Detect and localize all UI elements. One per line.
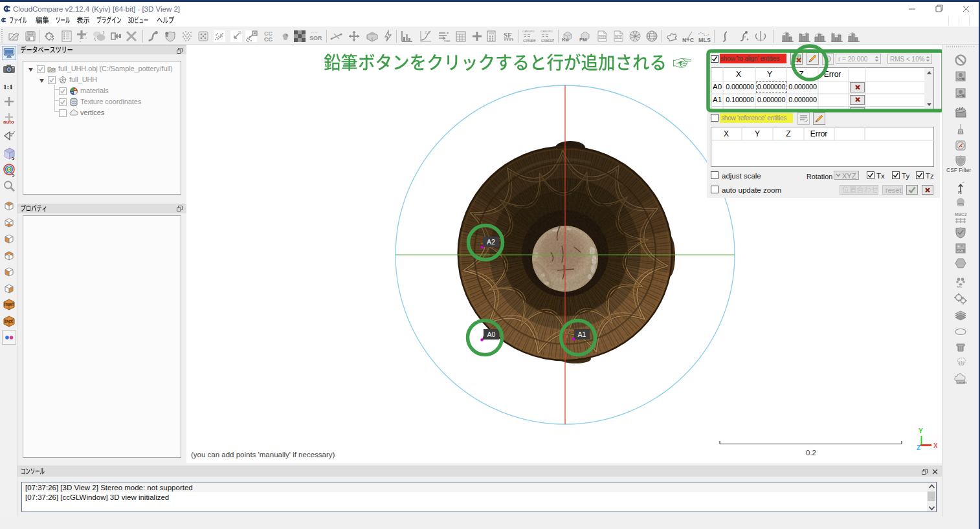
svg-text:CANUPO: CANUPO: [522, 30, 535, 33]
svg-text:N+C: N+C: [682, 37, 695, 43]
svg-text:CANUPO: CANUPO: [540, 30, 553, 33]
svg-text:RGB: RGB: [957, 250, 963, 253]
svg-text:0.2: 0.2: [806, 449, 816, 457]
svg-text:Classify: Classify: [541, 38, 554, 43]
svg-text:MLS: MLS: [698, 37, 711, 43]
svg-text:CSV: CSV: [616, 35, 623, 39]
svg-text:PCL: PCL: [957, 94, 963, 98]
svg-text:FM: FM: [579, 37, 587, 43]
svg-text:M3C2: M3C2: [955, 212, 967, 217]
svg-text:A1: A1: [578, 330, 586, 338]
svg-text:max: max: [444, 39, 451, 43]
svg-text:Kd: Kd: [562, 37, 569, 43]
svg-text:Create: Create: [523, 38, 536, 43]
svg-text:N: N: [958, 189, 962, 195]
svg-text:UMUMU: UMUMU: [957, 381, 967, 384]
svg-text:BACK: BACK: [5, 320, 14, 323]
svg-text:SRC: SRC: [957, 285, 963, 288]
svg-text:PCL: PCL: [957, 78, 963, 81]
svg-text:Y: Y: [919, 427, 923, 435]
svg-text:SFF: SFF: [599, 35, 607, 39]
svg-text:X: X: [933, 442, 938, 449]
svg-text:FRONT: FRONT: [4, 303, 14, 307]
svg-text:CC: CC: [264, 36, 273, 43]
svg-text:A2: A2: [487, 238, 495, 246]
svg-text:Z: Z: [917, 444, 920, 451]
svg-text:1:1: 1:1: [3, 83, 13, 91]
svg-text:A0: A0: [487, 330, 496, 338]
svg-text:auto: auto: [3, 119, 14, 125]
svg-text:2.0: 2.0: [425, 30, 430, 34]
svg-text:SF: SF: [504, 31, 512, 39]
svg-text:SOR: SOR: [309, 35, 322, 41]
svg-text:HPR: HPR: [958, 204, 964, 207]
